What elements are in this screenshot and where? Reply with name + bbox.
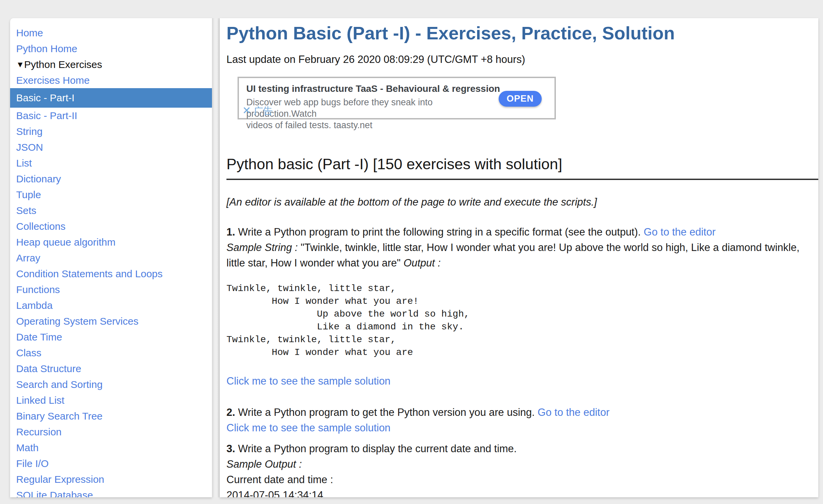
- sidebar-section-python-exercises[interactable]: ▼Python Exercises: [10, 57, 212, 72]
- sidebar-item-label: JSON: [16, 142, 43, 153]
- sidebar-item-python-home[interactable]: Python Home: [10, 41, 212, 57]
- ad-banner[interactable]: UI testing infrastructure TaaS - Behavio…: [238, 77, 556, 119]
- sidebar-item-label: Home: [16, 27, 43, 38]
- last-update-text: Last update on February 26 2020 08:09:29…: [226, 53, 818, 66]
- sidebar-item-label: File I/O: [16, 458, 49, 469]
- sidebar-item-binary-search-tree[interactable]: Binary Search Tree: [10, 408, 212, 424]
- sidebar-item-label: Heap queue algorithm: [16, 237, 115, 248]
- sidebar-item-label: Operating System Services: [16, 316, 138, 327]
- sidebar-item-label: Array: [16, 252, 40, 263]
- ad-badge[interactable]: ✕广告: [242, 104, 273, 117]
- sidebar-item-label: Python Home: [16, 43, 77, 54]
- page-title: Python Basic (Part -I) - Exercises, Prac…: [226, 23, 818, 43]
- sidebar-item-label: SQLite Database: [16, 490, 93, 497]
- sidebar-item-math[interactable]: Math: [10, 440, 212, 456]
- exercise-2-text: Write a Python program to get the Python…: [238, 406, 535, 418]
- ad-open-button[interactable]: OPEN: [499, 91, 542, 107]
- sidebar-item-label: Lambda: [16, 300, 52, 311]
- exercise-1-number: 1.: [226, 226, 235, 238]
- sidebar-item-search-and-sorting[interactable]: Search and Sorting: [10, 376, 212, 392]
- sidebar-item-sqlite-database[interactable]: SQLite Database: [10, 487, 212, 497]
- exercise-1-editor-link[interactable]: Go to the editor: [644, 226, 716, 238]
- sidebar-item-label: Basic - Part-I: [16, 92, 74, 103]
- exercise-1-output-label: Output :: [403, 257, 440, 269]
- sidebar-item-label: Recursion: [16, 426, 62, 437]
- sidebar-item-class[interactable]: Class: [10, 345, 212, 361]
- sidebar-item-home[interactable]: Home: [10, 25, 212, 41]
- sidebar-item-label: Tuple: [16, 189, 41, 200]
- ad-badge-label[interactable]: 广告: [254, 106, 273, 116]
- sidebar-item-label: Linked List: [16, 395, 64, 406]
- exercise-3: 3. Write a Python program to display the…: [226, 441, 818, 497]
- sidebar-item-functions[interactable]: Functions: [10, 282, 212, 297]
- sidebar-item-label: Functions: [16, 284, 60, 295]
- sidebar-list: Home Python Home ▼Python Exercises Exerc…: [10, 18, 212, 497]
- exercise-2-number: 2.: [226, 406, 235, 418]
- sidebar-item-label: Date Time: [16, 331, 62, 343]
- sidebar-item-condition-statements-and-loops[interactable]: Condition Statements and Loops: [10, 266, 212, 282]
- exercise-1-solution-row: Click me to see the sample solution: [226, 374, 818, 388]
- sidebar-item-exercises-home[interactable]: Exercises Home: [10, 72, 212, 88]
- exercise-2: 2. Write a Python program to get the Pyt…: [226, 405, 818, 436]
- sidebar-item-label: Python Exercises: [24, 59, 102, 70]
- sidebar-item-label: Condition Statements and Loops: [16, 268, 163, 279]
- sidebar-item-label: Sets: [16, 205, 36, 216]
- sidebar-item-tuple[interactable]: Tuple: [10, 187, 212, 203]
- sidebar-item-file-i-o[interactable]: File I/O: [10, 456, 212, 471]
- sidebar-item-label: Search and Sorting: [16, 379, 103, 390]
- sidebar-item-linked-list[interactable]: Linked List: [10, 392, 212, 408]
- ad-close-icon[interactable]: ✕: [242, 105, 251, 116]
- sidebar-item-regular-expression[interactable]: Regular Expression: [10, 471, 212, 487]
- exercise-1-solution-link[interactable]: Click me to see the sample solution: [226, 375, 391, 387]
- exercise-2-solution-link[interactable]: Click me to see the sample solution: [226, 422, 391, 434]
- sidebar-item-label: Binary Search Tree: [16, 410, 103, 422]
- sidebar-item-label: List: [16, 157, 32, 169]
- panel-divider: [212, 18, 220, 497]
- sidebar: Home Python Home ▼Python Exercises Exerc…: [10, 18, 212, 497]
- section-heading: Python basic (Part -I) [150 exercises wi…: [226, 156, 818, 173]
- ad-description[interactable]: Discover web app bugs before they sneak …: [246, 97, 495, 131]
- heading-rule: [226, 179, 818, 180]
- exercise-3-output-line-2: 2014-07-05 14:34:14: [226, 489, 323, 497]
- exercise-3-number: 3.: [226, 443, 235, 455]
- sidebar-item-label: Basic - Part-II: [16, 110, 77, 121]
- exercise-3-output-line-1: Current date and time :: [226, 474, 333, 485]
- sidebar-item-data-structure[interactable]: Data Structure: [10, 361, 212, 376]
- exercise-1-sample-text: "Twinkle, twinkle, little star, How I wo…: [226, 242, 799, 269]
- sidebar-item-array[interactable]: Array: [10, 250, 212, 266]
- exercise-1-expected-output: Twinkle, twinkle, little star, How I won…: [226, 282, 818, 359]
- sidebar-item-label: Class: [16, 347, 41, 358]
- sidebar-item-label: Dictionary: [16, 173, 61, 184]
- sidebar-item-dictionary[interactable]: Dictionary: [10, 171, 212, 187]
- exercise-3-text: Write a Python program to display the cu…: [238, 443, 516, 455]
- sidebar-item-json[interactable]: JSON: [10, 139, 212, 155]
- sidebar-item-lambda[interactable]: Lambda: [10, 297, 212, 313]
- sidebar-item-collections[interactable]: Collections: [10, 218, 212, 234]
- sidebar-item-recursion[interactable]: Recursion: [10, 424, 212, 440]
- sidebar-item-sets[interactable]: Sets: [10, 203, 212, 218]
- sidebar-item-string[interactable]: String: [10, 123, 212, 139]
- sidebar-item-label: Data Structure: [16, 363, 81, 374]
- sidebar-item-heap-queue-algorithm[interactable]: Heap queue algorithm: [10, 234, 212, 250]
- exercise-2-editor-link[interactable]: Go to the editor: [538, 406, 610, 418]
- sidebar-item-label: Exercises Home: [16, 75, 90, 86]
- sidebar-item-label: String: [16, 126, 42, 137]
- sidebar-item-label: Regular Expression: [16, 474, 104, 485]
- sidebar-item-basic-part-ii[interactable]: Basic - Part-II: [10, 108, 212, 123]
- editor-note: [An editor is available at the bottom of…: [226, 195, 818, 209]
- sidebar-item-label: Collections: [16, 221, 66, 232]
- exercise-1: 1. Write a Python program to print the f…: [226, 224, 818, 271]
- sidebar-item-date-time[interactable]: Date Time: [10, 329, 212, 345]
- exercise-1-sample-label: Sample String :: [226, 242, 298, 253]
- collapse-arrow-icon: ▼: [16, 60, 24, 69]
- sidebar-item-list[interactable]: List: [10, 155, 212, 171]
- exercise-1-text: Write a Python program to print the foll…: [238, 226, 641, 238]
- sidebar-item-label: Math: [16, 442, 39, 453]
- main-content: Python Basic (Part -I) - Exercises, Prac…: [220, 18, 818, 497]
- sidebar-item-basic-part-i[interactable]: Basic - Part-I: [10, 88, 212, 108]
- exercise-3-sample-output-label: Sample Output :: [226, 458, 302, 470]
- sidebar-item-operating-system-services[interactable]: Operating System Services: [10, 313, 212, 329]
